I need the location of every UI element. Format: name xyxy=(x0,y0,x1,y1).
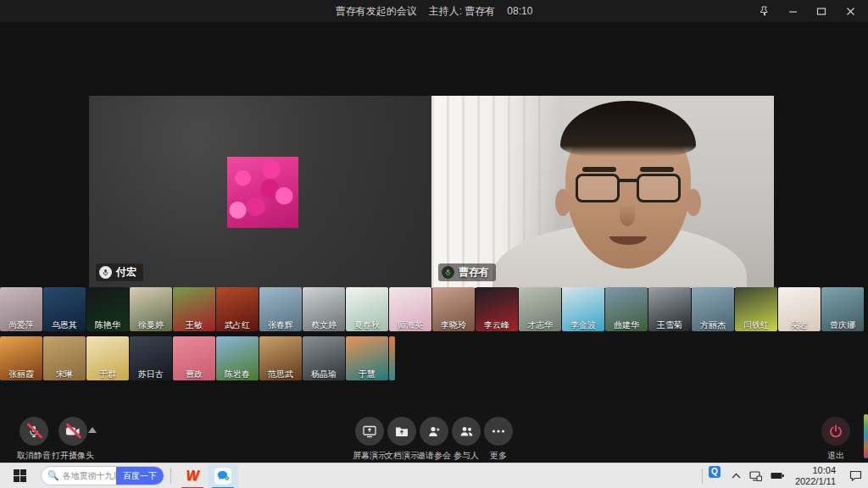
participant-thumbnail-name: 夏春秋 xyxy=(346,320,388,330)
participant-thumbnail-name: 宋琳 xyxy=(43,369,86,379)
participant-thumbnail-name: 于慧 xyxy=(346,369,388,379)
search-text: 各地贯彻十九届... xyxy=(63,470,116,482)
windows-taskbar: 🔍 各地贯彻十九届... 百度一下 W Q xyxy=(0,463,868,488)
participant-tile[interactable]: 王雪菊 xyxy=(648,287,691,331)
video-name-pill: 付宏 xyxy=(96,263,143,281)
participant-thumbnail-name: 方丽杰 xyxy=(692,320,734,330)
participant-thumbnail-name: 李云峰 xyxy=(476,320,518,330)
participant-thumbnail-name: 张春辉 xyxy=(259,320,302,330)
participant-thumbnail-name: 曲建华 xyxy=(605,320,648,330)
network-display-icon[interactable] xyxy=(749,471,762,481)
participant-tile[interactable]: 陈岩春 xyxy=(216,336,259,380)
participant-thumbnail-name: 陈艳华 xyxy=(86,320,129,330)
taskbar-clock[interactable]: 10:04 2022/1/11 xyxy=(795,465,836,487)
meeting-app-window: 曹存有发起的会议 主持人: 曹存有 08:10 xyxy=(0,0,868,488)
participant-tile[interactable]: 曹政 xyxy=(173,336,215,380)
action-center-button[interactable] xyxy=(843,463,868,488)
participant-thumbnail-name: 张丽霞 xyxy=(0,369,42,379)
person-ear xyxy=(686,189,701,216)
participant-tile[interactable]: 于慧 xyxy=(346,336,388,380)
video-feed-fuhong[interactable]: 付宏 xyxy=(89,96,431,288)
participant-tile[interactable]: 吴岩 xyxy=(778,287,821,331)
participant-tile[interactable]: 李晓玲 xyxy=(432,287,475,331)
participant-tile[interactable]: 杨晶瑜 xyxy=(303,336,345,380)
video-name-pill: 曹存有 xyxy=(438,263,496,281)
close-button[interactable] xyxy=(837,1,863,21)
flower-photo xyxy=(227,157,298,228)
participant-thumbnail-name: 曹政 xyxy=(173,369,215,379)
camera-options-caret-icon[interactable] xyxy=(88,427,97,433)
participant-tile[interactable]: 方丽杰 xyxy=(692,287,734,331)
maximize-button[interactable] xyxy=(809,1,834,21)
search-icon: 🔍 xyxy=(47,470,59,481)
windows-logo-icon xyxy=(14,469,26,482)
more-button[interactable]: 更多 xyxy=(475,417,522,462)
participant-thumbnail-name: 于群 xyxy=(86,369,129,379)
participant-tile[interactable]: 李云峰 xyxy=(476,287,518,331)
microphone-muted-icon xyxy=(19,417,48,446)
wps-icon: W xyxy=(186,469,198,483)
video-feed-caocunyou[interactable]: 曹存有 xyxy=(431,96,774,288)
participant-thumbnail-name: 王敏 xyxy=(173,320,215,330)
tray-divider xyxy=(702,469,703,484)
participant-tile[interactable]: 武占红 xyxy=(216,287,259,331)
participant-tile[interactable]: 闫铁红 xyxy=(735,287,777,331)
taskbar-search-input[interactable]: 🔍 各地贯彻十九届... 百度一下 xyxy=(41,466,164,485)
participant-thumbnail-name: 徐曼婷 xyxy=(130,320,172,330)
start-button[interactable] xyxy=(0,463,39,488)
meeting-tray-badge-icon[interactable]: Q xyxy=(709,466,721,478)
participant-tile[interactable]: 宋琳 xyxy=(43,336,86,380)
participant-tile[interactable]: 曲建华 xyxy=(605,287,648,331)
participant-tile[interactable]: 张丽霞 xyxy=(0,336,42,380)
participant-tile[interactable]: 蔡文婷 xyxy=(303,287,345,331)
participant-tile[interactable]: 师海英 xyxy=(389,287,431,331)
participant-thumbnail-name: 乌恩其 xyxy=(43,320,86,330)
taskbar-app-meeting[interactable] xyxy=(208,463,238,488)
participant-thumbnail-name: 吴岩 xyxy=(778,320,821,330)
participant-tile[interactable]: 张春辉 xyxy=(259,287,302,331)
minimize-button[interactable] xyxy=(780,1,805,21)
participant-tile[interactable]: 苏日古 xyxy=(130,336,172,380)
meeting-elapsed-time: 08:10 xyxy=(507,5,532,17)
show-hidden-icons-chevron[interactable] xyxy=(732,473,741,479)
taskbar-app-wps[interactable]: W xyxy=(177,463,208,488)
participant-tile[interactable]: 曾庆娜 xyxy=(821,287,864,331)
participant-strip-row2: 张丽霞宋琳于群苏日古曹政陈岩春范思武杨晶瑜于慧 xyxy=(0,336,395,380)
participant-strip-row1: 尚爱萍乌恩其陈艳华徐曼婷王敏武占红张春辉蔡文婷夏春秋师海英李晓玲李云峰才志华李金… xyxy=(0,287,864,331)
participant-thumbnail-name: 王雪菊 xyxy=(648,320,691,330)
participant-thumbnail-name: 闫铁红 xyxy=(735,320,777,330)
participant-tile-partial[interactable] xyxy=(389,336,395,380)
participant-thumbnail-name: 蔡文婷 xyxy=(303,320,345,330)
participant-tile[interactable]: 李金波 xyxy=(562,287,604,331)
open-camera-button[interactable]: 打开摄像头 xyxy=(49,417,97,462)
meeting-app-icon xyxy=(214,468,231,485)
camera-off-icon xyxy=(58,417,87,446)
participant-tile[interactable]: 夏春秋 xyxy=(346,287,388,331)
participant-thumbnail-name: 曾庆娜 xyxy=(821,320,864,330)
participant-tile[interactable]: 陈艳华 xyxy=(86,287,129,331)
person-glasses xyxy=(576,174,681,204)
mic-active-icon xyxy=(442,266,454,279)
participant-name-label: 付宏 xyxy=(116,265,136,280)
pin-icon[interactable] xyxy=(751,1,776,21)
participant-thumbnail-name: 陈岩春 xyxy=(216,369,259,379)
person-eyebrow xyxy=(640,167,674,172)
participant-tile[interactable]: 才志华 xyxy=(519,287,561,331)
baidu-search-button[interactable]: 百度一下 xyxy=(116,466,164,485)
exit-meeting-button[interactable]: 退出 xyxy=(812,417,860,462)
participant-tile[interactable]: 尚爱萍 xyxy=(0,287,42,331)
screen-edge-artifact xyxy=(864,414,868,458)
participant-tile[interactable]: 乌恩其 xyxy=(43,287,86,331)
participant-thumbnail-name: 师海英 xyxy=(389,320,431,330)
person-nose xyxy=(620,204,635,226)
person-hair xyxy=(560,101,696,157)
participant-tile[interactable]: 于群 xyxy=(86,336,129,380)
participant-thumbnail-name: 苏日古 xyxy=(130,369,172,379)
participant-thumbnail-name: 李金波 xyxy=(562,320,604,330)
battery-icon[interactable] xyxy=(771,472,784,480)
mic-icon xyxy=(99,266,112,279)
participant-tile[interactable]: 范思武 xyxy=(259,336,302,380)
participant-tile[interactable]: 徐曼婷 xyxy=(130,287,172,331)
participant-tile[interactable]: 王敏 xyxy=(173,287,215,331)
more-ellipsis-icon xyxy=(484,417,513,446)
